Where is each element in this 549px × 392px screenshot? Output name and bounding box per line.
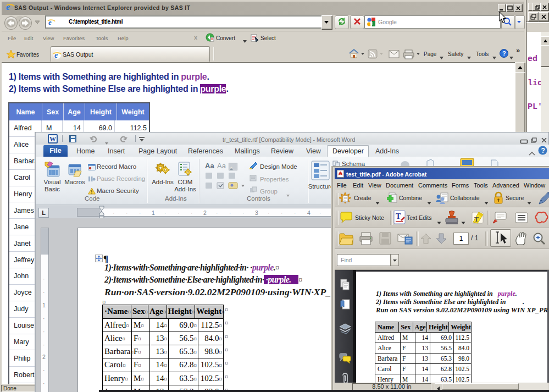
svg-text:e: e [48, 18, 52, 26]
svg-text:T: T [474, 216, 479, 223]
svg-text:?: ? [541, 147, 545, 154]
svg-text:T: T [396, 212, 401, 220]
svg-text:?: ? [502, 50, 506, 57]
